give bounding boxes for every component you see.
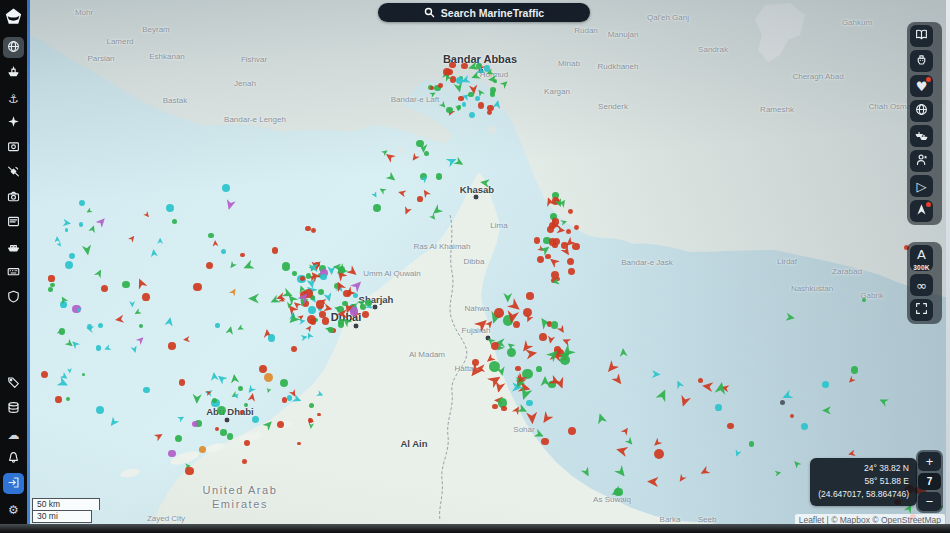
vessel-marker[interactable] xyxy=(625,437,636,448)
vessel-marker[interactable] xyxy=(183,335,190,342)
vessel-marker[interactable] xyxy=(362,311,369,318)
vessel-marker[interactable] xyxy=(560,355,569,364)
vessel-marker[interactable] xyxy=(676,474,686,484)
vessel-marker[interactable] xyxy=(311,228,316,233)
vessel-marker[interactable] xyxy=(702,380,714,392)
vessel-marker[interactable] xyxy=(236,324,245,333)
vessel-marker[interactable] xyxy=(179,379,186,386)
vessel-marker[interactable] xyxy=(98,323,104,329)
vessel-marker[interactable] xyxy=(580,467,592,479)
vessel-marker[interactable] xyxy=(501,406,507,412)
vessel-marker[interactable] xyxy=(365,300,372,307)
search-bar[interactable]: Search MarineTraffic xyxy=(378,3,590,22)
vessel-marker[interactable] xyxy=(373,204,381,212)
vessel-marker[interactable] xyxy=(322,317,330,325)
vessel-marker[interactable] xyxy=(457,105,462,110)
vessel-marker[interactable] xyxy=(175,435,183,443)
vessel-marker[interactable] xyxy=(611,373,625,387)
vessel-marker[interactable] xyxy=(287,395,292,400)
vessel-marker[interactable] xyxy=(493,79,497,83)
sidebar-item-news[interactable] xyxy=(3,212,24,233)
vessel-marker[interactable] xyxy=(338,322,344,328)
vessel-marker[interactable] xyxy=(154,430,165,441)
vessel-marker[interactable] xyxy=(55,396,62,403)
vessel-marker[interactable] xyxy=(242,459,247,464)
vessel-marker[interactable] xyxy=(122,281,129,288)
vessel-marker[interactable] xyxy=(262,418,275,431)
vessel-marker[interactable] xyxy=(545,254,550,259)
vessel-marker[interactable] xyxy=(82,373,85,376)
vessel-marker[interactable] xyxy=(458,96,463,101)
vessel-marker[interactable] xyxy=(492,404,497,409)
vessel-marker[interactable] xyxy=(456,77,463,84)
vessel-marker[interactable] xyxy=(300,276,305,281)
vessel-marker[interactable] xyxy=(238,386,243,391)
vessel-marker[interactable] xyxy=(446,107,452,113)
vessel-marker[interactable] xyxy=(41,371,48,378)
vessel-marker[interactable] xyxy=(346,265,360,279)
vessel-marker[interactable] xyxy=(316,390,325,399)
toolbar-button-vessel-density[interactable]: A300K xyxy=(910,245,933,271)
vessel-marker[interactable] xyxy=(248,293,259,304)
vessel-marker[interactable] xyxy=(462,102,466,106)
vessel-marker[interactable] xyxy=(401,206,411,216)
vessel-marker[interactable] xyxy=(66,397,70,401)
vessel-marker[interactable] xyxy=(537,256,544,263)
vessel-marker[interactable] xyxy=(185,467,193,475)
vessel-marker[interactable] xyxy=(177,414,186,423)
vessel-marker[interactable] xyxy=(822,381,829,388)
vessel-marker[interactable] xyxy=(264,373,273,382)
toolbar-button-favorites[interactable]: ♥ xyxy=(910,75,933,97)
vessel-marker[interactable] xyxy=(698,378,703,383)
vessel-marker[interactable] xyxy=(572,243,579,250)
vessel-marker[interactable] xyxy=(654,449,664,459)
vessel-marker[interactable] xyxy=(546,335,555,344)
vessel-marker[interactable] xyxy=(128,234,137,243)
vessel-marker[interactable] xyxy=(56,241,63,248)
vessel-marker[interactable] xyxy=(247,392,257,402)
sidebar-item-protect[interactable] xyxy=(3,287,24,308)
vessel-marker[interactable] xyxy=(507,348,516,357)
vessel-marker[interactable] xyxy=(791,458,802,469)
vessel-marker[interactable] xyxy=(733,449,742,458)
sidebar-item-live-map[interactable] xyxy=(3,37,24,58)
zoom-in-button[interactable]: + xyxy=(918,452,941,471)
vessel-marker[interactable] xyxy=(88,224,97,233)
vessel-marker[interactable] xyxy=(553,238,560,245)
toolbar-button-account-pilot[interactable] xyxy=(910,150,933,172)
vessel-marker[interactable] xyxy=(48,287,53,292)
vessel-marker[interactable] xyxy=(494,308,504,318)
vessel-marker[interactable] xyxy=(301,333,309,341)
vessel-marker[interactable] xyxy=(172,219,177,224)
vessel-marker[interactable] xyxy=(541,438,549,446)
vessel-marker[interactable] xyxy=(291,346,297,352)
vessel-marker[interactable] xyxy=(50,283,55,288)
vessel-marker[interactable] xyxy=(785,312,795,322)
vessel-marker[interactable] xyxy=(478,102,484,108)
vessel-marker[interactable] xyxy=(316,300,325,309)
vessel-marker[interactable] xyxy=(212,240,219,247)
sidebar-item-layers-stack[interactable] xyxy=(3,398,24,419)
sidebar-item-satellite[interactable] xyxy=(3,162,24,183)
vessel-marker[interactable] xyxy=(142,293,150,301)
vessel-marker[interactable] xyxy=(449,62,456,69)
sidebar-item-lights[interactable] xyxy=(3,112,24,133)
vessel-marker[interactable] xyxy=(493,99,503,109)
vessel-marker[interactable] xyxy=(95,215,108,228)
vessel-marker[interactable] xyxy=(298,317,306,325)
vessel-marker[interactable] xyxy=(166,204,174,212)
vessel-marker[interactable] xyxy=(139,324,143,328)
vessel-marker[interactable] xyxy=(227,433,234,440)
vessel-marker[interactable] xyxy=(96,345,101,350)
vessel-marker[interactable] xyxy=(655,387,670,402)
vessel-marker[interactable] xyxy=(133,308,142,317)
vessel-marker[interactable] xyxy=(466,363,484,381)
vessel-marker[interactable] xyxy=(475,96,480,101)
vessel-marker[interactable] xyxy=(114,315,124,325)
vessel-marker[interactable] xyxy=(225,326,235,336)
vessel-marker[interactable] xyxy=(230,374,240,384)
vessel-marker[interactable] xyxy=(350,278,365,293)
vessel-marker[interactable] xyxy=(217,406,226,415)
vessel-marker[interactable] xyxy=(242,259,256,273)
sidebar-item-settings[interactable]: ⚙ xyxy=(3,498,24,519)
